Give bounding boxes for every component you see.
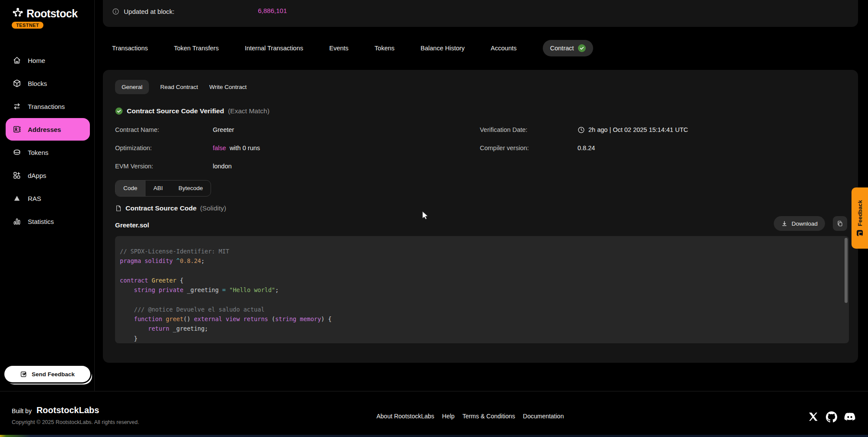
subtab-general[interactable]: General — [115, 80, 149, 94]
verified-title: Contract Source Code Verified — [127, 107, 224, 115]
code-scrollbar-thumb[interactable] — [845, 238, 848, 303]
tab-events[interactable]: Events — [329, 45, 348, 52]
built-by-label: Built by — [12, 407, 32, 414]
rootstock-tree-icon — [11, 7, 24, 20]
tab-contract[interactable]: Contract — [543, 40, 593, 56]
tab-accounts[interactable]: Accounts — [491, 45, 517, 52]
updated-at-block-label: Updated at block: — [124, 8, 175, 15]
tab-label: Tokens — [375, 45, 395, 52]
code-line: /// @notice Devuelve el saludo actual — [120, 305, 836, 314]
detail-row: EVM Version:london — [115, 157, 260, 175]
sidebar-item-transactions[interactable]: Transactions — [6, 95, 90, 118]
sidebar-item-home[interactable]: Home — [6, 49, 90, 72]
block-number-link[interactable]: 6,886,101 — [258, 7, 287, 14]
code-content: // SPDX-License-Identifier: MITpragma so… — [115, 236, 849, 343]
subtab-write-contract[interactable]: Write Contract — [209, 80, 247, 94]
discord-icon[interactable] — [844, 411, 855, 423]
statistics-icon — [13, 217, 21, 226]
detail-row: Contract Name:Greeter — [115, 121, 260, 139]
sidebar: Rootstock TESTNET HomeBlocksTransactions… — [0, 0, 95, 391]
sidebar-item-label: Home — [28, 57, 45, 64]
sidebar-item-ras[interactable]: RAS — [6, 187, 90, 210]
brand-logo[interactable]: Rootstock — [11, 7, 78, 20]
dapps-icon — [13, 171, 21, 180]
ras-icon — [13, 194, 21, 203]
field-label: Compiler version: — [480, 145, 578, 151]
status-card: Updated at block: 6,886,101 — [103, 0, 858, 27]
code-line: contract Greeter { — [120, 276, 836, 285]
verified-row: Contract Source Code Verified (Exact Mat… — [115, 107, 270, 115]
home-icon — [13, 56, 21, 65]
sidebar-item-dapps[interactable]: dApps — [6, 164, 90, 187]
sidebar-item-label: Addresses — [28, 126, 61, 133]
addresses-icon — [13, 125, 21, 134]
contract-subtabs: GeneralRead ContractWrite Contract — [115, 80, 247, 94]
footer-link-documentation[interactable]: Documentation — [523, 413, 564, 420]
sidebar-item-label: Transactions — [28, 103, 65, 110]
github-icon[interactable] — [826, 411, 837, 423]
code-line — [120, 295, 836, 304]
copy-code-button[interactable] — [833, 216, 847, 231]
contract-verified-icon — [578, 44, 586, 52]
footer-link-terms-conditions[interactable]: Terms & Conditions — [462, 413, 515, 420]
tab-label: Internal Transactions — [245, 45, 304, 52]
info-icon — [112, 8, 119, 15]
download-button[interactable]: Download — [774, 216, 825, 231]
details-left: Contract Name:GreeterOptimization:false … — [115, 121, 260, 175]
code-line: string private _greeting = "Hello world"… — [120, 285, 836, 295]
mouse-cursor — [422, 211, 429, 220]
code-line: } — [120, 334, 836, 343]
sidebar-item-tokens[interactable]: Tokens — [6, 141, 90, 164]
tab-label: Balance History — [421, 45, 465, 52]
tab-label: Events — [329, 45, 348, 52]
tab-internal-transactions[interactable]: Internal Transactions — [245, 45, 304, 52]
copy-icon — [837, 220, 843, 227]
feedback-logo-icon — [857, 230, 863, 236]
verified-note: (Exact Match) — [228, 107, 270, 115]
field-value: false with 0 runs — [213, 145, 260, 151]
rootstocklabs-link[interactable]: RootstockLabs — [36, 405, 99, 415]
sidebar-item-addresses[interactable]: Addresses — [6, 118, 90, 141]
code-line: // SPDX-License-Identifier: MIT — [120, 246, 836, 256]
feedback-side-tab[interactable]: Feedback — [851, 187, 868, 249]
send-feedback-label: Send Feedback — [32, 371, 75, 378]
sidebar-item-blocks[interactable]: Blocks — [6, 72, 90, 95]
tab-balance-history[interactable]: Balance History — [421, 45, 465, 52]
tab-bar: TransactionsToken TransfersInternal Tran… — [112, 38, 593, 58]
footer-link-help[interactable]: Help — [442, 413, 455, 420]
sidebar-item-statistics[interactable]: Statistics — [6, 210, 90, 233]
x-icon[interactable] — [808, 411, 819, 423]
detail-row: Compiler version:0.8.24 — [480, 139, 688, 157]
source-title: Contract Source Code — [125, 204, 197, 212]
field-value: 0.8.24 — [578, 145, 595, 151]
source-heading: Contract Source Code (Solidity) — [115, 204, 226, 212]
tab-tokens[interactable]: Tokens — [375, 45, 395, 52]
file-icon — [115, 205, 122, 212]
segment-abi[interactable]: ABI — [145, 181, 171, 196]
field-label: EVM Version: — [115, 163, 213, 170]
bottom-gradient-strip — [0, 435, 868, 437]
pencil-square-icon — [20, 371, 27, 378]
sidebar-item-label: Tokens — [28, 149, 49, 156]
sidebar-item-label: Statistics — [28, 218, 54, 225]
transactions-icon — [13, 102, 21, 111]
source-file-name: Greeter.sol — [115, 221, 149, 229]
code-line: return _greeting; — [120, 324, 836, 333]
download-label: Download — [792, 220, 818, 227]
tokens-icon — [13, 148, 21, 157]
footer-link-about-rootstocklabs[interactable]: About RootstockLabs — [376, 413, 434, 420]
copyright-text: Copyright © 2025 RootstockLabs. All righ… — [12, 419, 139, 425]
send-feedback-button[interactable]: Send Feedback — [4, 366, 90, 382]
segment-code[interactable]: Code — [116, 181, 145, 196]
segment-bytecode[interactable]: Bytecode — [171, 181, 211, 196]
tab-token-transfers[interactable]: Token Transfers — [174, 45, 218, 52]
source-code-viewer: // SPDX-License-Identifier: MITpragma so… — [115, 236, 849, 343]
tab-transactions[interactable]: Transactions — [112, 45, 148, 52]
sidebar-item-label: RAS — [28, 195, 41, 202]
detail-row: Verification Date:2h ago | Oct 02 2025 1… — [480, 121, 688, 139]
code-line: function greet() external view returns (… — [120, 314, 836, 324]
contract-panel: GeneralRead ContractWrite Contract Contr… — [103, 70, 858, 363]
verified-check-icon — [115, 107, 123, 115]
field-value: london — [213, 163, 232, 170]
subtab-read-contract[interactable]: Read Contract — [160, 80, 198, 94]
